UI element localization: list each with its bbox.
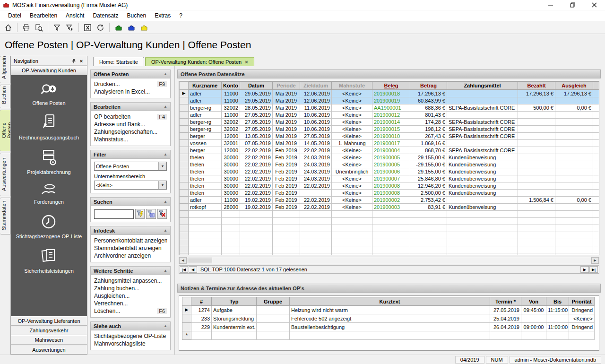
cell-bezahlt[interactable]	[518, 140, 555, 147]
cell-periode[interactable]: Mai 2019	[273, 126, 300, 133]
cell-konto[interactable]: 11000	[222, 112, 240, 119]
cell-zahlungsmittel[interactable]: Kundenüberweisung	[447, 182, 518, 190]
cell-bis[interactable]: 11:00:00	[546, 323, 569, 331]
home-button[interactable]	[2, 22, 14, 33]
action-link-verrechnen[interactable]: Verrechnen...	[91, 300, 170, 307]
cell-beleg[interactable]: 201900008	[372, 182, 410, 190]
cell-zahlungsmittel[interactable]: Kundenüberweisung	[447, 168, 518, 175]
cell-zieldatum[interactable]: 10.06.2019	[300, 119, 332, 126]
cell-kurztext[interactable]	[290, 331, 490, 340]
cell-filler[interactable]	[593, 154, 600, 161]
scrollbar-thumb[interactable]	[188, 258, 212, 263]
table-row[interactable]: berger1200013.05.2019Mai 201927.05.2019<…	[180, 133, 600, 140]
cell-filler[interactable]	[593, 175, 600, 182]
cell-beleg[interactable]: 201900012	[372, 112, 410, 119]
cell-zieldatum[interactable]: 22.02.2019	[300, 197, 332, 204]
cell-mahnstufe[interactable]: <Keine>	[332, 197, 372, 204]
cell-konto[interactable]: 12000	[222, 147, 240, 154]
cell-nr[interactable]	[191, 331, 212, 340]
cell-betrag[interactable]: 198,12 €	[410, 126, 447, 133]
scroll-right-icon[interactable]: ▶	[591, 257, 599, 264]
cell-datum[interactable]: 22.02.2019	[240, 182, 273, 190]
cell-beleg[interactable]: 201900015	[372, 126, 410, 133]
cell-filler[interactable]	[593, 140, 600, 147]
action-link-löschen[interactable]: Löschen...F6	[91, 307, 170, 315]
cell-bezahlt[interactable]: 17.296,13 €	[518, 90, 555, 97]
cell-betrag[interactable]: 17.296,13 €	[410, 90, 447, 97]
column-header-zahlungsmittel[interactable]: Zahlungsmittel	[447, 82, 518, 90]
cell-ausgleich[interactable]	[555, 168, 593, 175]
cell-kurztext[interactable]: Heizung wird nicht warm	[290, 306, 490, 314]
tab-home-startseite[interactable]: Home: Startseite	[93, 57, 144, 66]
table-row[interactable]: ▶adler1100029.05.2019Mai 201912.06.2019<…	[180, 90, 600, 97]
cell-kurzname[interactable]: thelen	[189, 161, 222, 168]
column-header-beleg[interactable]: Beleg	[372, 82, 410, 90]
cell-datum[interactable]: 07.05.2019	[240, 140, 273, 147]
menu-item-ansicht[interactable]: Ansicht	[61, 11, 88, 20]
nav-item-sicherheitsleistungen[interactable]: Sicherheitsleistungen	[24, 247, 74, 274]
collapse-icon[interactable]: ▲	[164, 228, 167, 233]
action-link-analysieren-in-excel[interactable]: Analysieren in Excel...	[91, 88, 170, 95]
cell-mahnstufe[interactable]: <Keine>	[332, 190, 372, 197]
column-header-typ[interactable]: Typ	[212, 297, 257, 306]
tab-close-icon[interactable]: ×	[245, 59, 248, 65]
cell-konto[interactable]: 30000	[222, 154, 240, 161]
cell-beleg[interactable]: 201900004	[372, 147, 410, 154]
cell-datum[interactable]: 29.05.2019	[240, 90, 273, 97]
cell-mahnstufe[interactable]: <Keine>	[332, 119, 372, 126]
action-link-stammdatenblatt-anzeigen[interactable]: Stammdatenblatt anzeigen	[91, 244, 170, 252]
cell-bezahlt[interactable]: 1.506,84 €	[518, 197, 555, 204]
cell-betrag[interactable]: 267,43 €	[410, 133, 447, 140]
cell-termin[interactable]: 26.04.2019	[490, 323, 521, 331]
nav-group-op-verwaltung-lieferanten[interactable]: OP-Verwaltung Lieferanten	[11, 316, 87, 326]
cell-datum[interactable]: 27.05.2019	[240, 119, 273, 126]
filter-type-dropdown[interactable]: Offene Posten ▼	[94, 162, 167, 171]
action-link-zahlungseigenschaften[interactable]: Zahlungseigenschaften...	[91, 128, 170, 136]
vertical-tab-stammdaten[interactable]: Stammdaten	[0, 198, 10, 234]
filter-define-button[interactable]	[64, 22, 76, 33]
cell-betrag[interactable]: 29.155,00 €	[410, 168, 447, 175]
table-row[interactable]: rotkopf2800019.02.2019Feb 201922.02.2019…	[180, 204, 600, 211]
action-link-zahlung-buchen[interactable]: Zahlung buchen...	[91, 285, 170, 292]
cell-mahnstufe[interactable]: <Keine>	[332, 182, 372, 190]
cell-beleg[interactable]: 201900018	[372, 90, 410, 97]
cell-beleg[interactable]: 201900014	[372, 119, 410, 126]
cell-zieldatum[interactable]: 10.06.2019	[300, 126, 332, 133]
table-row[interactable]: berger-rg3200227.05.2019Mai 201910.06.20…	[180, 119, 600, 126]
cell-beleg[interactable]: 201900017	[372, 140, 410, 147]
cell-periode[interactable]: Mai 2019	[273, 119, 300, 126]
action-link-archivordner-anzeigen[interactable]: Archivordner anzeigen	[91, 252, 170, 260]
cell-zieldatum[interactable]: 22.02.2019	[300, 147, 332, 154]
vertical-tab-auswertungen[interactable]: Auswertungen	[0, 153, 10, 196]
cell-datum[interactable]: 27.05.2019	[240, 112, 273, 119]
cell-zieldatum[interactable]: 22.02.2019	[300, 182, 332, 190]
search-filter-form-button[interactable]	[146, 209, 156, 219]
cell-bezahlt[interactable]	[518, 119, 555, 126]
cell-betrag[interactable]: 868,70 €	[410, 147, 447, 154]
restore-button[interactable]	[562, 0, 583, 10]
cell-ausgleich[interactable]	[555, 147, 593, 154]
cell-kurzname[interactable]: adler	[189, 112, 222, 119]
column-header-prioritaet[interactable]: Priorität	[569, 297, 595, 306]
action-link-stichtagsbezogene-op-liste[interactable]: Stichtagsbezogene OP-Liste	[91, 332, 170, 340]
column-header-gruppe[interactable]: Gruppe	[257, 297, 290, 306]
cell-betrag[interactable]: 801,43 €	[410, 112, 447, 119]
cell-periode[interactable]: Mai 2019	[273, 97, 300, 104]
cell-zahlungsmittel[interactable]: Kundenüberweisung	[447, 154, 518, 161]
cell-periode[interactable]: Mai 2019	[273, 104, 300, 112]
cell-zieldatum[interactable]: 12.06.2019	[300, 97, 332, 104]
table-row[interactable]: berger-rg3200227.05.2019Mai 201910.06.20…	[180, 126, 600, 133]
menu-item-datensatz[interactable]: Datensatz	[88, 11, 122, 20]
table-row[interactable]: thelen3000022.02.2019Feb 201924.03.2019<…	[180, 161, 600, 168]
cell-betrag[interactable]: 174,28 €	[410, 119, 447, 126]
table-row[interactable]: vossen3200107.05.2019Mai 201914.05.20191…	[180, 140, 600, 147]
table-row[interactable]: ▶1274AufgabeHeizung wird nicht warm27.05…	[182, 306, 595, 314]
cell-mahnstufe[interactable]: <Keine>	[332, 204, 372, 211]
new-record-row[interactable]: *	[182, 331, 595, 340]
cell-bezahlt[interactable]	[518, 168, 555, 175]
cell-gruppe[interactable]	[257, 323, 290, 331]
column-header-filler[interactable]	[593, 82, 600, 90]
collapse-icon[interactable]: ▲	[164, 104, 167, 109]
column-header-konto[interactable]: Konto	[222, 82, 240, 90]
cell-mahnstufe[interactable]: Uneinbringlich	[332, 168, 372, 175]
